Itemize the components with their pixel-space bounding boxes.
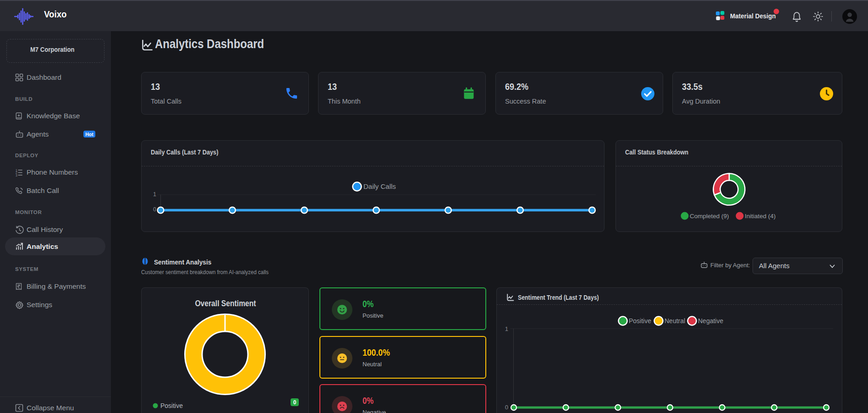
svg-text:Negative: Negative — [698, 317, 723, 325]
svg-text:Positive: Positive — [629, 317, 651, 325]
svg-text:1: 1 — [505, 325, 508, 332]
svg-text:Daily Calls: Daily Calls — [363, 182, 396, 190]
svg-text:Completed (9): Completed (9) — [690, 213, 729, 220]
svg-text:Positive: Positive — [160, 402, 183, 409]
svg-text:0: 0 — [505, 404, 508, 411]
svg-text:0: 0 — [153, 206, 156, 213]
svg-text:Neutral: Neutral — [665, 317, 685, 325]
svg-text:Initiated (4): Initiated (4) — [745, 213, 776, 220]
svg-text:1: 1 — [153, 191, 156, 198]
svg-text:3: 3 — [16, 174, 17, 176]
